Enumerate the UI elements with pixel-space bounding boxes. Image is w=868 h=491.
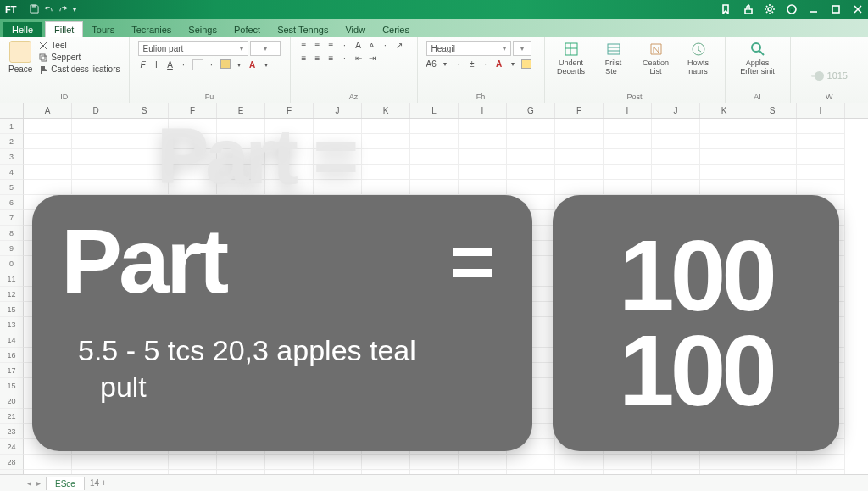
cell[interactable] [410,149,459,165]
underline-button[interactable]: A [165,60,175,70]
indent-icon[interactable]: ⇥ [367,53,377,63]
cell[interactable] [362,149,410,165]
cell[interactable] [24,149,72,165]
align-middle-icon[interactable]: ≡ [313,41,323,50]
cell[interactable] [459,119,507,134]
sheet-add-button[interactable]: 14 + [90,478,107,488]
tab-2[interactable]: Tecranies [123,22,180,37]
col-header[interactable]: A [24,103,72,118]
cell[interactable] [24,455,72,470]
align-top-icon[interactable]: ≡ [299,41,309,50]
action-2[interactable]: CeationList [638,41,674,76]
cell[interactable] [748,165,797,180]
cell[interactable] [797,180,845,195]
cell[interactable] [459,180,507,195]
select-all-corner[interactable] [0,103,24,118]
cell[interactable] [700,470,748,474]
cell[interactable] [314,165,362,180]
font-size-select[interactable]: ▾ [250,41,281,56]
cell[interactable] [410,134,459,149]
cell[interactable] [72,165,120,180]
cell[interactable] [169,180,217,195]
cell[interactable] [652,165,700,180]
thumbsup-icon[interactable] [743,4,753,14]
cell[interactable] [362,180,410,195]
col-header[interactable]: F [169,103,217,118]
cell[interactable] [362,455,410,470]
col-header[interactable]: J [652,103,700,118]
cell[interactable] [72,455,120,470]
action-1[interactable]: FrilstSte · [596,41,632,76]
fill-color-button[interactable] [220,59,231,70]
cell[interactable] [555,149,604,165]
row-header[interactable]: 15 [0,302,24,317]
cell[interactable] [507,119,555,134]
cell[interactable] [120,119,169,134]
cell[interactable] [72,134,120,149]
cell[interactable] [459,165,507,180]
sheet-nav-next-icon[interactable]: ▸ [36,478,41,488]
row-header[interactable]: 17 [0,363,24,378]
cell[interactable] [24,470,72,474]
cell[interactable] [797,165,845,180]
font-name-select[interactable]: Eulion part▾ [138,41,248,56]
qat-more-icon[interactable]: ▾ [73,6,76,14]
row-header[interactable]: 9 [0,241,24,256]
tab-1[interactable]: Tours [83,22,123,37]
col-header[interactable]: K [362,103,410,118]
row-header[interactable]: 8 [0,226,24,241]
cell[interactable] [72,119,120,134]
cell[interactable] [410,165,459,180]
row-header[interactable]: 2 [0,134,24,149]
cell[interactable] [604,470,652,474]
cut-button[interactable]: Teel [39,41,120,50]
cell[interactable] [265,470,314,474]
redo-icon[interactable] [58,4,68,15]
cell[interactable] [72,470,120,474]
cell[interactable] [24,119,72,134]
border-button[interactable] [192,59,203,70]
row-header[interactable]: 23 [0,424,24,439]
close-button[interactable] [853,4,863,14]
cell[interactable] [217,134,265,149]
cell[interactable] [120,134,169,149]
row-header[interactable]: 20 [0,393,24,409]
cell[interactable] [169,149,217,165]
cell[interactable] [507,149,555,165]
row-header[interactable]: 28 [0,455,24,470]
undo-icon[interactable] [44,4,53,15]
cell[interactable] [748,134,797,149]
number-b-button[interactable]: ± [467,59,477,69]
tab-3[interactable]: Seings [180,22,225,37]
cell[interactable] [410,119,459,134]
cell[interactable] [797,455,845,470]
col-header[interactable]: G [507,103,555,118]
col-header[interactable]: J [314,103,362,118]
cell[interactable] [410,180,459,195]
align-center-icon[interactable]: ≡ [313,53,323,63]
cell[interactable] [265,134,314,149]
tab-6[interactable]: Vidw [337,22,374,37]
gear-icon[interactable] [765,4,775,14]
row-header[interactable]: 0 [0,256,24,271]
chevron-down-icon[interactable]: ▾ [234,61,244,69]
cell[interactable] [120,470,169,474]
cell[interactable] [314,180,362,195]
cell[interactable] [700,165,748,180]
cell[interactable] [555,180,604,195]
col-header[interactable]: S [748,103,797,118]
format-painter-button[interactable]: Cast dess licatiors [39,64,120,74]
cell[interactable] [652,470,700,474]
col-header[interactable]: E [217,103,265,118]
cell[interactable] [555,470,604,474]
row-header[interactable]: 15 [0,378,24,393]
align-bottom-icon[interactable]: ≡ [326,41,337,50]
row-header[interactable]: 5 [0,180,24,195]
bookmark-icon[interactable] [721,4,731,14]
cell[interactable] [362,470,410,474]
cell[interactable] [507,134,555,149]
cell[interactable] [169,455,217,470]
cell[interactable] [169,470,217,474]
cell[interactable] [314,134,362,149]
cell[interactable] [797,470,845,474]
